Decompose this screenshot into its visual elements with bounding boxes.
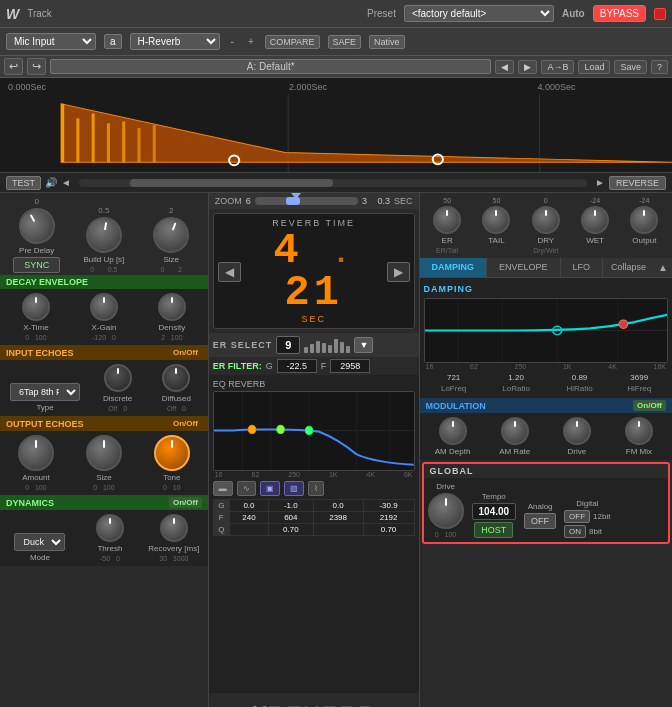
compare-button[interactable]: COMPARE	[265, 35, 320, 49]
er-sub: ER/Tail	[436, 247, 458, 254]
help-button[interactable]: ?	[651, 60, 668, 74]
amount-knob[interactable]	[18, 435, 54, 471]
reverb-down-button[interactable]: ◀	[218, 262, 241, 282]
eq-q-label: Q	[213, 524, 229, 536]
recovery-knob[interactable]	[160, 514, 188, 542]
tab-lfo[interactable]: LFO	[561, 258, 604, 277]
mic-input-select[interactable]: Mic Input	[6, 33, 96, 50]
eq-icon-2[interactable]: ∿	[237, 481, 256, 496]
thresh-range: -50 0	[100, 555, 120, 562]
output-knob[interactable]	[630, 206, 658, 234]
eq-g-1[interactable]: 0.0	[229, 500, 268, 512]
save-button[interactable]: Save	[614, 60, 647, 74]
test-button[interactable]: TEST	[6, 176, 41, 190]
safe-button[interactable]: SAFE	[328, 35, 362, 49]
x-gain-knob[interactable]	[90, 293, 118, 321]
mode-group: Duck Mode	[4, 533, 76, 562]
load-button[interactable]: Load	[578, 60, 610, 74]
eq-icon-4[interactable]: ▨	[284, 481, 304, 496]
output-echoes-onoff[interactable]: On/Off	[169, 418, 202, 429]
drive-range: 0 100	[435, 531, 456, 538]
eq-icon-3[interactable]: ▣	[260, 481, 280, 496]
am-rate-knob[interactable]	[501, 417, 529, 445]
eq-q-2[interactable]: 0.70	[269, 524, 314, 536]
er-bar-3	[316, 341, 320, 353]
sync-button[interactable]: SYNC	[13, 257, 60, 273]
tab-damping[interactable]: DAMPING	[420, 258, 488, 277]
eq-q-4[interactable]: 0.70	[363, 524, 414, 536]
g-input[interactable]	[277, 359, 317, 373]
x-time-knob[interactable]	[22, 293, 50, 321]
redo-button[interactable]: ↪	[27, 58, 46, 75]
bit-off-button[interactable]: OFF	[564, 510, 590, 523]
dynamics-onoff[interactable]: On/Off	[169, 497, 202, 508]
reverb-up-button[interactable]: ▶	[387, 262, 410, 282]
eq-f-2[interactable]: 604	[269, 512, 314, 524]
tail-knob[interactable]	[482, 206, 510, 234]
density-knob[interactable]	[158, 293, 186, 321]
h-reverb-select[interactable]: H-Reverb	[130, 33, 220, 50]
on-button[interactable]: ON	[564, 525, 586, 538]
eq-g-4[interactable]: -30.9	[363, 500, 414, 512]
preset-select[interactable]: <factory default>	[404, 5, 554, 22]
tab-envelope[interactable]: ENVELOPE	[487, 258, 561, 277]
wet-knob[interactable]	[581, 206, 609, 234]
input-code: a	[104, 34, 122, 49]
diffused-knob[interactable]	[162, 364, 190, 392]
mod-onoff[interactable]: On/Off	[633, 400, 666, 411]
bypass-button[interactable]: BYPASS	[593, 5, 646, 22]
collapse-button[interactable]: Collapse	[603, 258, 654, 277]
eq-icon-1[interactable]: ▬	[213, 481, 233, 496]
tone-knob[interactable]	[154, 435, 190, 471]
zoom-track[interactable]	[255, 197, 358, 205]
build-up-knob[interactable]	[83, 214, 125, 256]
tone-range: 0 10	[163, 484, 181, 491]
undo-button[interactable]: ↩	[4, 58, 23, 75]
size-group: 2 Size 0 2	[139, 206, 204, 273]
x-gain-range: -120 0	[92, 334, 116, 341]
echoes-type-select[interactable]: 6Tap 8th FB	[10, 383, 80, 401]
f-input[interactable]	[330, 359, 370, 373]
eq-f-3[interactable]: 2398	[313, 512, 363, 524]
dry-knob[interactable]	[532, 206, 560, 234]
global-drive-knob[interactable]	[428, 493, 464, 529]
reverse-button[interactable]: REVERSE	[609, 176, 666, 190]
size-knob[interactable]	[148, 212, 194, 258]
eq-g-2[interactable]: -1.0	[269, 500, 314, 512]
eq-q-1[interactable]	[229, 524, 268, 536]
er-knob[interactable]	[433, 206, 461, 234]
bit12-label: 12bit	[593, 512, 610, 521]
ab-button[interactable]: A→B	[541, 60, 574, 74]
collapse-icon: ▲	[654, 258, 672, 277]
eq-f-4[interactable]: 2192	[363, 512, 414, 524]
plus-btn[interactable]: +	[245, 36, 257, 47]
er-dropdown-button[interactable]: ▼	[354, 337, 373, 353]
eq-f-1[interactable]: 240	[229, 512, 268, 524]
eq-icon-5[interactable]: ⌇	[308, 481, 324, 496]
build-up-range: 0 0.5	[90, 266, 117, 273]
waveform-scrollbar[interactable]	[79, 179, 587, 187]
thresh-knob[interactable]	[96, 514, 124, 542]
decay-header: DECAY ENVELOPE	[0, 275, 208, 289]
prev-button[interactable]: ◀	[495, 60, 514, 74]
am-depth-knob[interactable]	[439, 417, 467, 445]
minus-btn[interactable]: -	[228, 36, 237, 47]
next-button[interactable]: ▶	[518, 60, 537, 74]
out-size-knob[interactable]	[86, 435, 122, 471]
eq-graph[interactable]	[213, 391, 415, 471]
discrete-knob[interactable]	[104, 364, 132, 392]
eq-q-3[interactable]	[313, 524, 363, 536]
native-button[interactable]: Native	[369, 35, 405, 49]
preset-path[interactable]: A: Default*	[50, 59, 491, 74]
mode-select[interactable]: Duck	[14, 533, 65, 551]
host-button[interactable]: HOST	[474, 522, 513, 538]
tabs-row: DAMPING ENVELOPE LFO Collapse ▲	[420, 258, 672, 278]
analog-off-button[interactable]: OFF	[524, 513, 556, 529]
pre-delay-knob[interactable]	[12, 201, 61, 250]
input-echoes-onoff[interactable]: On/Off	[169, 347, 202, 358]
eq-freq-16: 16	[215, 471, 223, 478]
damping-graph[interactable]	[424, 298, 668, 363]
fm-mix-knob[interactable]	[625, 417, 653, 445]
drive-knob[interactable]	[563, 417, 591, 445]
eq-g-3[interactable]: 0.0	[313, 500, 363, 512]
